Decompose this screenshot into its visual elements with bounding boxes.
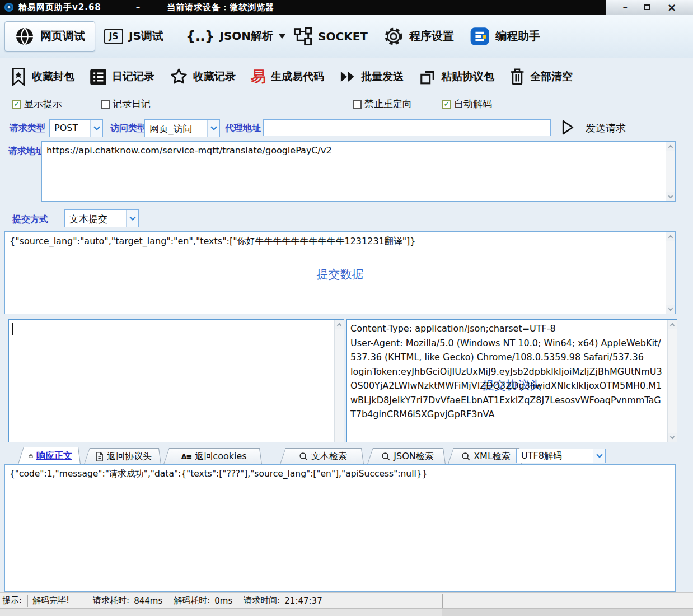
request-headers-content[interactable]: Content-Type: application/json;charset=U… [347, 320, 667, 442]
request-row: 请求类型 POST 访问类型 网页_访问 代理地址 发送请求 [0, 118, 693, 141]
left-panel-scrollbar[interactable] [334, 320, 344, 442]
scroll-up-icon[interactable] [668, 320, 677, 329]
status-prefix: 提示: [2, 595, 22, 606]
request-time-label: 请求耗时: [93, 595, 129, 606]
title-dash: – [136, 2, 141, 12]
send-request-button[interactable]: 发送请求 [586, 122, 626, 135]
fast-forward-icon [339, 71, 356, 83]
socket-icon [293, 27, 312, 46]
checkbox-log-diary[interactable]: 记录日记 [101, 97, 151, 110]
proxy-input[interactable] [263, 119, 551, 136]
access-type-select[interactable]: 网页_访问 [144, 119, 220, 137]
toolbar-settings[interactable]: 程序设置 [383, 26, 454, 46]
tab-json-search[interactable]: JSON检索 [367, 448, 446, 464]
checkbox-show-tips[interactable]: ✓ 显示提示 [12, 97, 62, 110]
horizontal-scrollbar-thumb[interactable] [0, 609, 442, 616]
close-icon[interactable]: × [667, 2, 677, 13]
decode-select[interactable]: UTF8解码 [516, 449, 606, 463]
request-url-box[interactable]: https://api.chatknow.com/service-mqtt/tr… [41, 141, 676, 202]
tab-response-body[interactable]: 响应正文 [18, 447, 81, 464]
app-window: 精易网页助手v2.68 – 当前请求设备：微软浏览器 – × 网页调试 JS J… [0, 0, 693, 616]
maximize-icon[interactable] [644, 4, 650, 10]
response-tab-row: 响应正文 返回协议头 A≡ 返回cookies 文本检索 [0, 447, 693, 464]
assistant-icon [470, 27, 490, 46]
request-headers-panel[interactable]: 提交协议头 Content-Type: application/json;cha… [346, 319, 677, 442]
cookies-icon: A≡ [181, 452, 191, 461]
action-generate-code[interactable]: 易 生成易代码 [251, 67, 324, 87]
scroll-up-icon[interactable] [666, 142, 675, 151]
chevron-down-icon [596, 451, 602, 458]
chevron-down-icon [93, 124, 100, 130]
decode-time-value: 0ms [214, 596, 232, 606]
action-save-packet[interactable]: 收藏封包 [10, 67, 74, 86]
request-url-value[interactable]: https://api.chatknow.com/service-mqtt/tr… [42, 142, 665, 201]
checkbox-no-redirect[interactable]: 禁止重定向 [353, 97, 412, 110]
scroll-up-icon[interactable] [335, 320, 344, 329]
text-cursor [12, 323, 13, 335]
decode-time-label: 解码耗时: [174, 595, 210, 606]
checkbox-unchecked-icon [101, 100, 110, 109]
tab-return-headers[interactable]: 返回协议头 [84, 448, 161, 464]
status-divider [442, 594, 443, 608]
status-divider [27, 595, 28, 607]
request-clock-value: 21:47:37 [284, 596, 322, 606]
checkbox-auto-decode[interactable]: ✓ 自动解码 [442, 97, 492, 110]
bookmark-star-icon [10, 67, 27, 86]
app-globe-icon [4, 2, 14, 12]
options-row: ✓ 显示提示 记录日记 禁止重定向 ✓ 自动解码 [0, 95, 693, 115]
post-data-box[interactable]: 提交数据 {"source_lang":"auto","target_lang"… [4, 231, 676, 314]
action-diary-log[interactable]: 日记记录 [90, 68, 154, 86]
tab-text-search[interactable]: 文本检索 [280, 448, 364, 464]
request-clock-label: 请求时间: [244, 595, 280, 606]
toolbar-json-parse[interactable]: {..} JSON解析 [186, 28, 285, 44]
request-url-label: 请求地址 [8, 146, 44, 157]
action-save-record[interactable]: 收藏记录 [170, 68, 236, 86]
left-edit-panel[interactable] [8, 319, 344, 442]
post-data-content[interactable]: {"source_lang":"auto","target_lang":"en"… [5, 232, 665, 314]
titlebar: 精易网页助手v2.68 – 当前请求设备：微软浏览器 – × [0, 0, 693, 15]
headers-doc-icon [96, 452, 104, 461]
scroll-up-icon[interactable] [666, 232, 675, 241]
response-body-box[interactable]: {"code":1,"message":"请求成功","data":{"text… [4, 464, 676, 592]
star-icon [170, 68, 188, 86]
trash-icon [509, 68, 525, 86]
scroll-down-icon[interactable] [668, 433, 677, 442]
paste-icon [419, 68, 436, 86]
yi-icon: 易 [251, 67, 266, 87]
scroll-down-icon[interactable] [666, 305, 675, 314]
chevron-down-icon [129, 214, 135, 220]
checkbox-checked-icon: ✓ [12, 100, 21, 109]
request-time-value: 844ms [134, 596, 162, 606]
tab-return-cookies[interactable]: A≡ 返回cookies [163, 448, 262, 464]
minimize-icon[interactable]: – [622, 3, 628, 12]
main-toolbar: 网页调试 JS JS调试 {..} JSON解析 SOCKET 程序设置 [0, 15, 693, 58]
search-icon [461, 452, 470, 461]
response-body-content[interactable]: {"code":1,"message":"请求成功","data":{"text… [5, 465, 675, 591]
submit-method-select[interactable]: 文本提交 [64, 209, 139, 227]
scroll-down-icon[interactable] [666, 192, 675, 201]
caret-down-icon [279, 34, 285, 42]
toolbar-code-assistant[interactable]: 编程助手 [470, 27, 540, 46]
headers-scrollbar[interactable] [667, 320, 677, 442]
action-batch-send[interactable]: 批量发送 [339, 69, 404, 84]
action-toolbar: 收藏封包 日记记录 收藏记录 易 生成易代码 批量发送 [0, 59, 693, 94]
status-message: 解码完毕! [32, 595, 69, 606]
toolbar-socket[interactable]: SOCKET [293, 27, 368, 46]
window-controls: – × [606, 0, 693, 15]
play-icon[interactable] [561, 120, 574, 135]
action-paste-packet[interactable]: 粘贴协议包 [419, 68, 494, 86]
search-icon [299, 452, 308, 461]
chevron-down-icon [210, 124, 217, 130]
request-type-select[interactable]: POST [49, 119, 103, 137]
url-scrollbar[interactable] [666, 142, 675, 201]
proxy-label: 代理地址 [225, 123, 261, 134]
post-data-scrollbar[interactable] [666, 232, 675, 314]
toolbar-web-debug[interactable]: 网页调试 [4, 21, 95, 52]
action-clear-all[interactable]: 全部清空 [509, 68, 573, 86]
tab-xml-search[interactable]: XML检索 [448, 448, 522, 464]
js-icon: JS [104, 29, 123, 44]
toolbar-js-debug[interactable]: JS JS调试 [104, 29, 163, 44]
search-icon [381, 452, 390, 461]
checkbox-checked-icon: ✓ [442, 100, 451, 109]
horizontal-scrollbar[interactable] [0, 608, 693, 616]
